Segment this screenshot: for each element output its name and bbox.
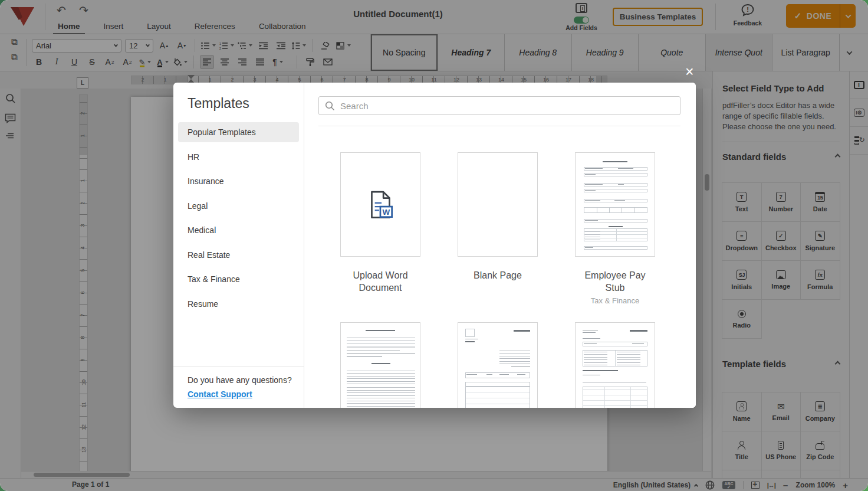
template-card-invoice-2[interactable] [575, 322, 655, 408]
nav-popular-templates[interactable]: Popular Templates [178, 122, 299, 142]
invoice-2-thumbnail[interactable] [575, 322, 655, 408]
template-card-upload-word[interactable]: W Upload Word Document [340, 152, 420, 294]
upload-word-thumbnail[interactable]: W [340, 152, 420, 257]
nav-legal[interactable]: Legal [178, 196, 299, 216]
nav-tax-finance[interactable]: Tax & Finance [178, 269, 299, 289]
nav-insurance[interactable]: Insurance [178, 171, 299, 191]
template-title: Upload Word Document [340, 269, 420, 294]
nav-medical[interactable]: Medical [178, 220, 299, 240]
search-icon [325, 101, 335, 111]
blank-page-thumbnail[interactable] [458, 152, 538, 257]
template-card-lease-agreement[interactable] [340, 322, 420, 408]
template-card-employee-pay-stub[interactable]: Employee Pay Stub Tax & Finance [575, 152, 655, 305]
contact-support-link[interactable]: Contact Support [188, 389, 252, 399]
template-category: Tax & Finance [575, 296, 655, 305]
modal-close-icon[interactable]: × [685, 64, 694, 79]
nav-resume[interactable]: Resume [178, 294, 299, 314]
word-document-icon: W [364, 188, 398, 222]
template-title: Employee Pay Stub [575, 269, 655, 294]
svg-text:W: W [382, 208, 390, 217]
nav-real-estate[interactable]: Real Estate [178, 245, 299, 265]
template-search[interactable] [318, 96, 680, 115]
templates-sidebar: Templates Popular Templates HR Insurance… [173, 83, 304, 408]
support-question: Do you have any questions? [188, 375, 304, 385]
template-card-blank-page[interactable]: Blank Page [458, 152, 538, 281]
template-title: Blank Page [458, 269, 538, 281]
template-search-input[interactable] [340, 101, 674, 111]
template-card-invoice[interactable] [458, 322, 538, 408]
invoice-thumbnail[interactable] [458, 322, 538, 408]
pay-stub-thumbnail[interactable] [575, 152, 655, 257]
app-window: ↶ ↷ Home Insert Layout References Collab… [0, 0, 868, 491]
modal-title: Templates [188, 96, 304, 112]
nav-hr[interactable]: HR [178, 147, 299, 167]
templates-modal: Templates Popular Templates HR Insurance… [173, 83, 696, 408]
templates-main: W Upload Word Document Blank Page [304, 83, 696, 408]
lease-agreement-thumbnail[interactable] [340, 322, 420, 408]
